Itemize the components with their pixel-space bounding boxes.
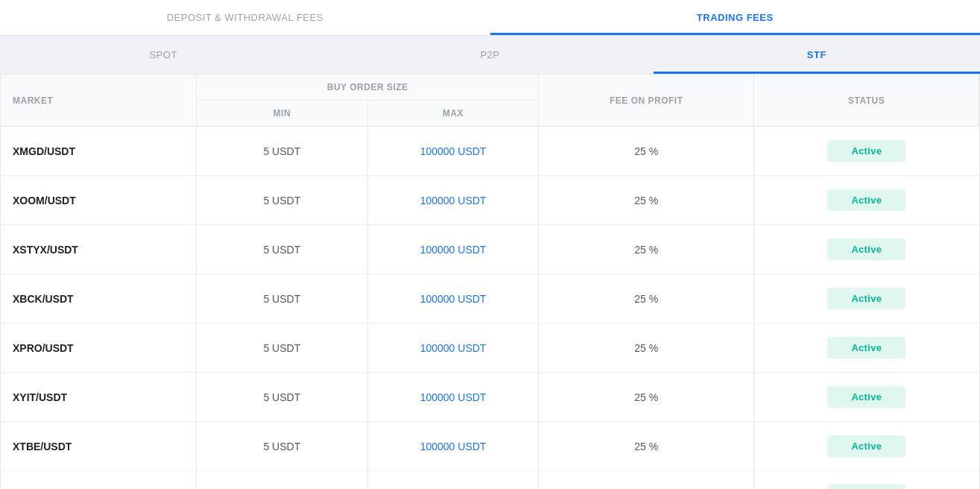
cell-min: 5 USDT (197, 373, 368, 422)
cell-max: 100000 USDT (367, 176, 539, 225)
cell-min: 5 USDT (197, 324, 368, 373)
top-tab-bar: DEPOSIT & WITHDRAWAL FEES TRADING FEES (0, 0, 980, 36)
cell-max: 100000 USDT (367, 373, 539, 422)
status-badge: Active (827, 386, 905, 408)
cell-market: XSTYX/USDT (1, 225, 197, 274)
col-header-fee-on-profit: FEE ON PROFIT (610, 95, 683, 106)
col-header-market: MARKET (13, 95, 53, 106)
sub-tab-bar: SPOT P2P STF (0, 36, 980, 74)
fees-table: MARKET BUY ORDER SIZE FEE ON PROFIT STAT… (1, 75, 979, 489)
table-row: XTBE/USDT 5 USDT 100000 USDT 25 % Active (1, 422, 979, 471)
table-row: XMGD/USDT 5 USDT 100000 USDT 25 % Active (1, 127, 979, 176)
tab-trading-fees[interactable]: TRADING FEES (490, 0, 981, 35)
page-wrapper: DEPOSIT & WITHDRAWAL FEES TRADING FEES S… (0, 0, 980, 489)
status-badge: Active (827, 239, 905, 260)
tab-deposit-withdrawal[interactable]: DEPOSIT & WITHDRAWAL FEES (0, 0, 490, 35)
cell-max: 100000 USDT (367, 471, 539, 490)
table-row: XOOM/USDT 5 USDT 100000 USDT 25 % Active (1, 176, 979, 225)
table-row: XYIT/USDT 5 USDT 100000 USDT 25 % Active (1, 373, 979, 422)
cell-market: XTBE/USDT (1, 422, 197, 471)
cell-max: 100000 USDT (367, 274, 539, 324)
cell-fee: 25 % (539, 176, 754, 225)
cell-min: 5 USDT (197, 176, 368, 225)
cell-fee: 25 % (539, 225, 754, 274)
cell-fee: 25 % (539, 422, 754, 471)
col-header-min: MIN (274, 108, 291, 119)
table-row: XSTYX/USDT 5 USDT 100000 USDT 25 % Activ… (1, 225, 979, 274)
status-badge: Active (827, 288, 905, 309)
cell-min: 5 USDT (197, 225, 368, 274)
cell-min: 5 USDT (197, 422, 368, 471)
status-badge: Active (827, 485, 905, 489)
cell-fee: 25 % (539, 471, 754, 490)
cell-max: 100000 USDT (367, 324, 539, 373)
col-header-max: MAX (443, 108, 464, 119)
cell-fee: 25 % (539, 373, 754, 422)
cell-status: Active (754, 471, 979, 490)
cell-status: Active (754, 127, 979, 176)
table-row: XPRO/USDT 5 USDT 100000 USDT 25 % Active (1, 324, 979, 373)
cell-max: 100000 USDT (367, 422, 539, 471)
cell-market: XBCK/USDT (1, 274, 197, 324)
cell-status: Active (754, 422, 979, 471)
fees-table-container: MARKET BUY ORDER SIZE FEE ON PROFIT STAT… (0, 74, 980, 489)
tab-spot[interactable]: SPOT (0, 36, 326, 74)
status-badge: Active (827, 140, 905, 162)
cell-market: XOOM/USDT (1, 176, 197, 225)
cell-market: XMGD/USDT (1, 127, 197, 176)
col-header-buy-order-size: BUY ORDER SIZE (327, 82, 408, 92)
table-row: XBCK/USDT 5 USDT 100000 USDT 25 % Active (1, 274, 979, 324)
cell-fee: 25 % (539, 274, 754, 324)
cell-market: XPRO/USDT (1, 324, 197, 373)
status-badge: Active (827, 337, 905, 359)
cell-max: 100000 USDT (367, 127, 539, 176)
status-badge: Active (827, 189, 905, 211)
tab-stf[interactable]: STF (654, 36, 980, 74)
cell-market: XVOLS/USDT (1, 471, 197, 490)
table-row: XVOLS/USDT 5 USDT 100000 USDT 25 % Activ… (1, 471, 979, 490)
cell-status: Active (754, 274, 979, 324)
cell-status: Active (754, 176, 979, 225)
cell-min: 5 USDT (197, 127, 368, 176)
cell-status: Active (754, 324, 979, 373)
cell-fee: 25 % (539, 127, 754, 176)
cell-market: XYIT/USDT (1, 373, 197, 422)
cell-min: 5 USDT (197, 471, 368, 490)
cell-status: Active (754, 225, 979, 274)
cell-status: Active (754, 373, 979, 422)
cell-min: 5 USDT (197, 274, 368, 324)
cell-max: 100000 USDT (367, 225, 539, 274)
cell-fee: 25 % (539, 324, 754, 373)
status-badge: Active (827, 435, 905, 457)
col-header-status: STATUS (848, 95, 885, 106)
tab-p2p[interactable]: P2P (326, 36, 653, 74)
